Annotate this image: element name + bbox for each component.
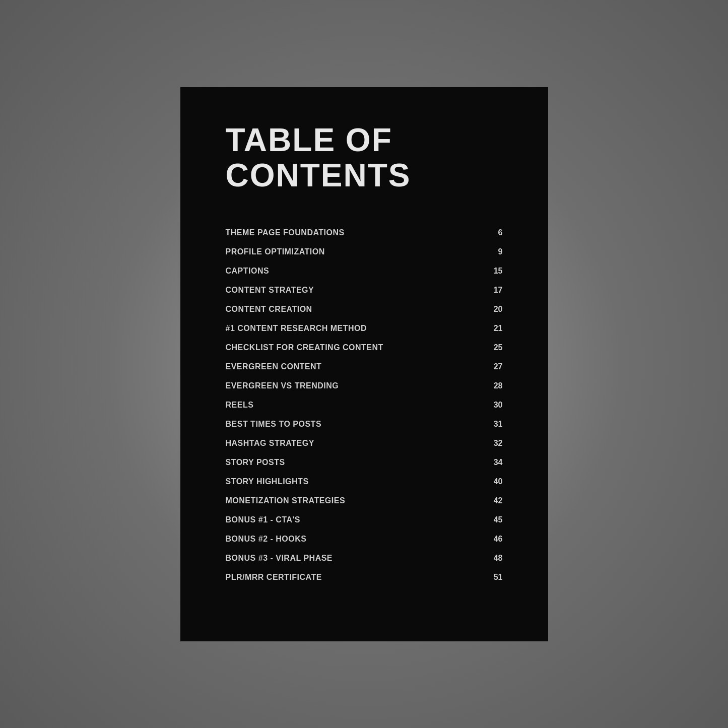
toc-item-page: 27 [483,362,503,371]
toc-item: PLR/MRR CERTIFICATE51 [226,568,503,587]
toc-item-title: EVERGREEN VS TRENDING [226,381,483,390]
toc-item-title: BONUS #3 - VIRAL PHASE [226,554,483,563]
toc-item-page: 20 [483,305,503,314]
toc-item-title: #1 CONTENT RESEARCH METHOD [226,324,483,333]
toc-item: CHECKLIST FOR CREATING CONTENT25 [226,338,503,357]
toc-item: BONUS #1 - CTA'S45 [226,510,503,530]
toc-list: THEME PAGE FOUNDATIONS6PROFILE OPTIMIZAT… [226,223,503,587]
toc-item: CAPTIONS15 [226,261,503,281]
toc-item-page: 45 [483,515,503,524]
toc-item-page: 40 [483,477,503,486]
toc-item: BONUS #2 - HOOKS46 [226,530,503,549]
toc-item-title: CHECKLIST FOR CREATING CONTENT [226,343,483,352]
toc-item-title: EVERGREEN CONTENT [226,362,483,371]
page-title: TABLE OF CONTENTS [226,122,503,193]
toc-item-page: 51 [483,573,503,582]
toc-item: EVERGREEN CONTENT27 [226,357,503,376]
toc-item-title: REELS [226,401,483,410]
toc-item: CONTENT CREATION20 [226,300,503,319]
toc-item: PROFILE OPTIMIZATION9 [226,242,503,261]
toc-item-title: CONTENT CREATION [226,305,483,314]
toc-item: REELS30 [226,395,503,415]
toc-item: BONUS #3 - VIRAL PHASE48 [226,549,503,568]
toc-item-title: PROFILE OPTIMIZATION [226,247,483,256]
toc-item-title: MONETIZATION STRATEGIES [226,496,483,505]
title-part2: CONTENTS [226,157,411,193]
toc-item-page: 31 [483,420,503,429]
toc-item-page: 15 [483,267,503,276]
toc-item-page: 34 [483,458,503,467]
toc-item: #1 CONTENT RESEARCH METHOD21 [226,319,503,338]
toc-item-title: BEST TIMES TO POSTS [226,420,483,429]
toc-item-page: 28 [483,381,503,390]
toc-item: CONTENT STRATEGY17 [226,281,503,300]
toc-item-page: 42 [483,496,503,505]
toc-item-title: HASHTAG STRATEGY [226,439,483,448]
toc-item: STORY POSTS34 [226,453,503,472]
toc-item: THEME PAGE FOUNDATIONS6 [226,223,503,242]
toc-item-page: 25 [483,343,503,352]
toc-item-title: PLR/MRR CERTIFICATE [226,573,483,582]
toc-item-page: 30 [483,401,503,410]
toc-item-title: THEME PAGE FOUNDATIONS [226,228,483,237]
toc-item-title: CAPTIONS [226,267,483,276]
toc-item-title: BONUS #2 - HOOKS [226,535,483,544]
toc-item: BEST TIMES TO POSTS31 [226,415,503,434]
toc-item: STORY HIGHLIGHTS40 [226,472,503,491]
toc-item-title: CONTENT STRATEGY [226,286,483,295]
toc-item: EVERGREEN VS TRENDING28 [226,376,503,395]
toc-item-page: 21 [483,324,503,333]
toc-item: MONETIZATION STRATEGIES42 [226,491,503,510]
toc-item-page: 17 [483,286,503,295]
toc-item-title: STORY POSTS [226,458,483,467]
toc-item-page: 32 [483,439,503,448]
toc-item-page: 9 [483,247,503,256]
toc-item-title: STORY HIGHLIGHTS [226,477,483,486]
toc-item-page: 48 [483,554,503,563]
toc-item-page: 46 [483,535,503,544]
title-part1: TABLE OF [226,122,392,158]
toc-item-title: BONUS #1 - CTA'S [226,515,483,524]
toc-item-page: 6 [483,228,503,237]
page-container: TABLE OF CONTENTS THEME PAGE FOUNDATIONS… [180,87,548,641]
toc-item: HASHTAG STRATEGY32 [226,434,503,453]
